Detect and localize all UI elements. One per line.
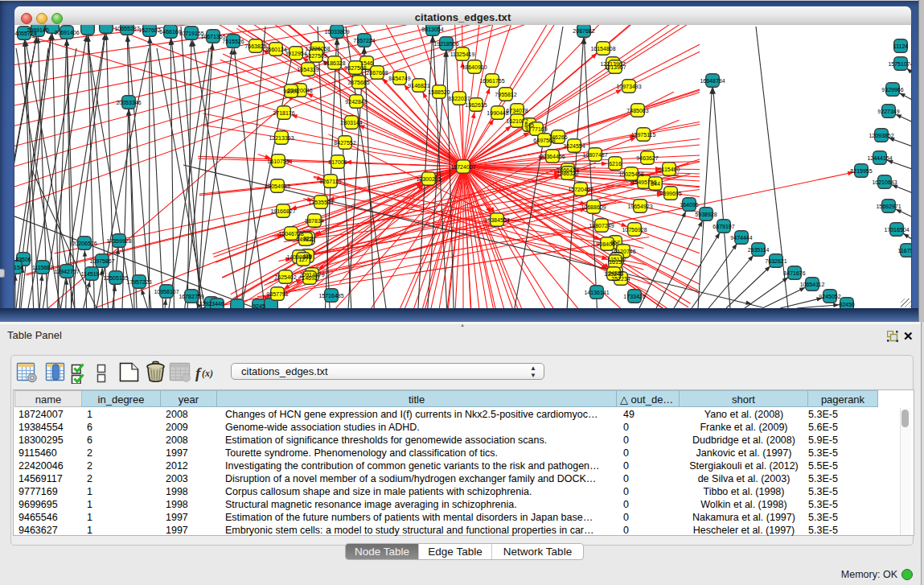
svg-text:164095: 164095 (680, 202, 698, 208)
svg-text:8471676: 8471676 (783, 270, 805, 276)
svg-text:3875685: 3875685 (347, 80, 369, 85)
svg-text:20206576: 20206576 (72, 241, 97, 246)
svg-text:116753: 116753 (898, 248, 911, 253)
svg-text:6734078: 6734078 (506, 108, 528, 113)
svg-text:(x): (x) (202, 368, 213, 379)
svg-text:20691406: 20691406 (54, 30, 79, 35)
svg-text:16782759: 16782759 (179, 294, 203, 299)
svg-text:9327509: 9327509 (305, 53, 326, 59)
svg-text:9227349: 9227349 (877, 109, 899, 114)
svg-text:7357224: 7357224 (353, 38, 375, 43)
svg-text:135248: 135248 (604, 271, 622, 277)
svg-text:9084067: 9084067 (596, 241, 618, 247)
svg-text:11124: 11124 (893, 43, 909, 49)
svg-text:2087682: 2087682 (573, 28, 594, 34)
svg-text:9474444: 9474444 (730, 235, 752, 241)
svg-text:12093852: 12093852 (869, 133, 893, 138)
svg-text:1145194: 1145194 (81, 271, 103, 277)
svg-text:7663822: 7663822 (244, 43, 266, 49)
svg-text:2718176: 2718176 (273, 110, 294, 116)
svg-text:16033809: 16033809 (324, 29, 349, 35)
svg-text:18300295: 18300295 (416, 176, 441, 182)
svg-text:817006: 817006 (328, 159, 347, 165)
svg-text:9463627: 9463627 (636, 155, 658, 161)
svg-text:17359928: 17359928 (106, 238, 131, 244)
svg-text:f: f (195, 365, 202, 381)
svg-text:8427552: 8427552 (334, 140, 355, 146)
svg-text:12942757: 12942757 (54, 269, 79, 274)
svg-text:252234: 252234 (611, 276, 630, 282)
svg-text:9777169: 9777169 (525, 126, 547, 132)
svg-text:10975867: 10975867 (89, 258, 114, 264)
svg-text:15720407: 15720407 (568, 187, 593, 192)
svg-text:7632621: 7632621 (765, 258, 786, 264)
svg-text:20364456: 20364456 (540, 154, 565, 159)
svg-text:8215955: 8215955 (850, 168, 872, 174)
svg-text:18724007: 18724007 (450, 164, 475, 170)
svg-text:9329966: 9329966 (881, 87, 903, 93)
svg-text:13535594: 13535594 (308, 200, 333, 205)
svg-text:10756928: 10756928 (622, 227, 647, 233)
svg-text:15692971: 15692971 (876, 204, 901, 209)
svg-text:1588520: 1588520 (428, 89, 450, 95)
svg-text:1527602: 1527602 (138, 27, 160, 33)
svg-text:2935114: 2935114 (748, 247, 770, 253)
svg-text:9899695: 9899695 (659, 191, 681, 196)
svg-text:83506: 83506 (15, 257, 31, 262)
svg-text:18807249: 18807249 (589, 223, 614, 229)
svg-text:1213967: 1213967 (604, 64, 626, 70)
svg-text:19384554: 19384554 (484, 217, 509, 223)
svg-text:9242848: 9242848 (345, 99, 367, 105)
svg-text:10973493: 10973493 (616, 84, 641, 89)
svg-text:1615: 1615 (609, 259, 622, 265)
svg-text:16648784: 16648784 (700, 78, 725, 84)
svg-text:10688609: 10688609 (581, 204, 606, 210)
svg-text:6879197: 6879197 (713, 224, 734, 229)
svg-text:10958107: 10958107 (154, 289, 179, 295)
svg-text:3624554: 3624554 (563, 143, 585, 149)
svg-text:746266: 746266 (548, 134, 567, 140)
svg-text:98901: 98901 (283, 89, 299, 94)
svg-text:14136141: 14136141 (584, 290, 609, 295)
svg-text:19654923: 19654923 (627, 204, 652, 209)
svg-text:3912954: 3912954 (285, 51, 306, 56)
svg-text:7625402: 7625402 (274, 274, 296, 280)
svg-text:1733426: 1733426 (623, 294, 645, 299)
svg-text:12923446: 12923446 (199, 301, 224, 307)
svg-text:11325419: 11325419 (450, 51, 475, 57)
svg-text:9245052: 9245052 (819, 294, 840, 299)
svg-text:16120746: 16120746 (610, 249, 635, 254)
svg-text:12975115: 12975115 (631, 132, 656, 138)
svg-text:13226058: 13226058 (305, 46, 330, 51)
svg-text:127: 127 (298, 257, 308, 262)
svg-text:1115682: 1115682 (32, 265, 53, 270)
svg-text:9146821: 9146821 (408, 83, 429, 89)
svg-text:16210643: 16210643 (872, 179, 897, 185)
svg-text:92450: 92450 (839, 302, 855, 307)
svg-text:7955812: 7955812 (495, 92, 516, 97)
svg-text:8322037: 8322037 (448, 96, 470, 101)
svg-text:19054933: 19054933 (265, 183, 290, 189)
svg-text:8454749: 8454749 (388, 76, 410, 81)
svg-text:2867608: 2867608 (366, 70, 388, 76)
svg-text:14692: 14692 (302, 275, 318, 281)
svg-text:12505135: 12505135 (103, 275, 128, 281)
svg-text:2069140: 2069140 (27, 27, 48, 33)
svg-text:17957223: 17957223 (126, 279, 151, 285)
svg-text:15751074: 15751074 (888, 61, 911, 67)
svg-text:19166827: 19166827 (270, 208, 295, 214)
svg-text:844: 844 (651, 181, 660, 187)
svg-text:6216: 6216 (609, 161, 622, 167)
svg-text:17016504: 17016504 (884, 227, 909, 233)
svg-text:16154808: 16154808 (590, 46, 615, 51)
svg-text:7986322: 7986322 (556, 171, 578, 176)
svg-text:39154: 39154 (14, 265, 23, 270)
svg-text:12444154: 12444154 (867, 155, 892, 161)
svg-text:18640910: 18640910 (462, 64, 487, 70)
svg-text:19218506: 19218506 (433, 41, 458, 47)
svg-text:2803144: 2803144 (340, 120, 362, 126)
svg-text:887834: 887834 (305, 218, 323, 224)
svg-text:149822: 149822 (296, 237, 314, 242)
svg-text:10655287: 10655287 (114, 26, 139, 31)
svg-text:15716485: 15716485 (318, 293, 343, 299)
